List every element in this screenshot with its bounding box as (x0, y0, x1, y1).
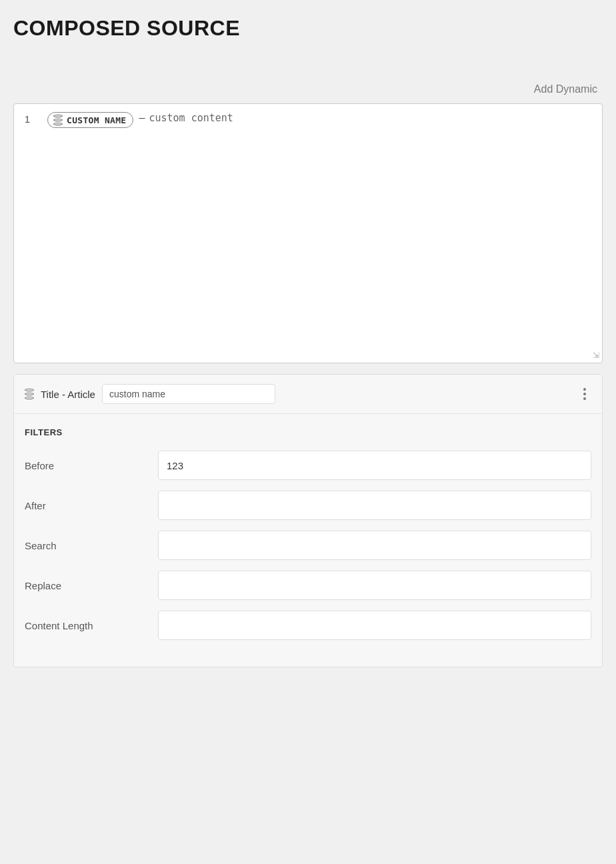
source-panel: Title - Article FILTERS BeforeAfterSearc… (13, 374, 603, 667)
dot-3 (583, 397, 586, 400)
filter-rows-container: BeforeAfterSearchReplaceContent Length (25, 451, 591, 640)
dot-1 (583, 388, 586, 391)
filters-title: FILTERS (25, 427, 591, 437)
filter-label-2: Search (25, 540, 158, 551)
filter-input-1[interactable] (158, 491, 591, 520)
resize-handle[interactable]: ⇲ (590, 104, 602, 363)
filter-input-0[interactable] (158, 451, 591, 480)
filter-label-3: Replace (25, 580, 158, 591)
filter-input-3[interactable] (158, 571, 591, 600)
filter-row: Search (25, 531, 591, 560)
dot-2 (583, 393, 586, 395)
database-icon (53, 115, 63, 125)
filter-row: After (25, 491, 591, 520)
filter-row: Before (25, 451, 591, 480)
source-name-input[interactable] (102, 384, 275, 404)
editor-dash: – (139, 112, 145, 124)
add-dynamic-row: Add Dynamic (13, 81, 603, 98)
badge-label: CUSTOM NAME (67, 115, 126, 125)
filter-label-4: Content Length (25, 620, 158, 631)
editor-content[interactable]: CUSTOM NAME – custom content (38, 104, 590, 363)
filters-section: FILTERS BeforeAfterSearchReplaceContent … (14, 414, 602, 667)
editor-custom-content: custom content (149, 112, 233, 124)
source-header: Title - Article (14, 375, 602, 414)
filter-row: Replace (25, 571, 591, 600)
more-menu-button[interactable] (578, 385, 591, 403)
filter-label-0: Before (25, 460, 158, 471)
custom-name-badge[interactable]: CUSTOM NAME (47, 112, 133, 128)
page-title: COMPOSED SOURCE (13, 16, 603, 41)
editor-container: 1 CUSTOM NAME – custom content ⇲ (13, 103, 603, 363)
line-number: 1 (14, 104, 38, 363)
add-dynamic-button[interactable]: Add Dynamic (529, 81, 603, 98)
filter-input-2[interactable] (158, 531, 591, 560)
filter-label-1: After (25, 500, 158, 511)
source-db-icon (25, 389, 34, 399)
filter-row: Content Length (25, 611, 591, 640)
source-title: Title - Article (41, 389, 95, 400)
filter-input-4[interactable] (158, 611, 591, 640)
